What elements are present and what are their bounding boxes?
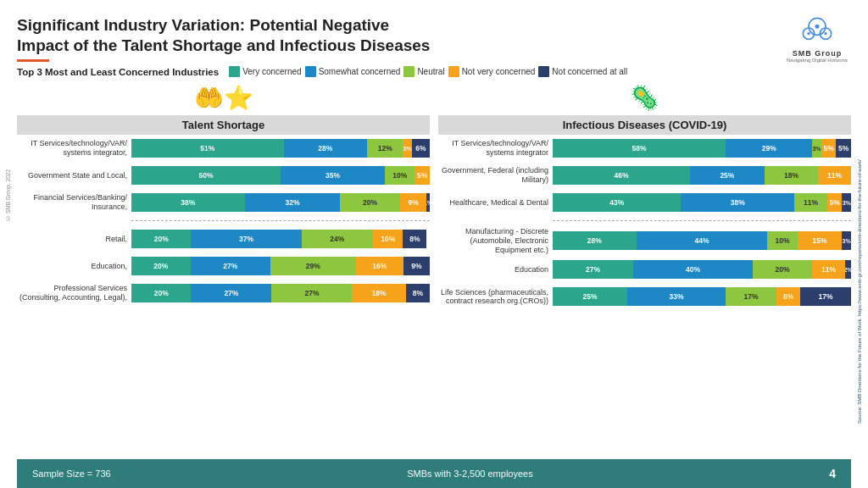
header-row: Significant Industry Variation: Potentia… bbox=[17, 15, 851, 63]
bar-label: Healthcare, Medical & Dental bbox=[438, 198, 553, 208]
bar-segment: 20% bbox=[131, 230, 191, 248]
bar-row: Professional Services (Consulting, Accou… bbox=[17, 281, 430, 305]
bar-segment: 18% bbox=[352, 284, 405, 302]
bar-label: Financial Services/Banking/ Insurance, bbox=[17, 193, 131, 212]
bar-row: Life Sciences (pharmaceuticals, contract… bbox=[438, 285, 851, 308]
bar-segment: 5% bbox=[415, 166, 430, 185]
bar-segment: 27% bbox=[271, 284, 352, 302]
source-text: Source: SMB Directions for the Future of… bbox=[857, 102, 863, 424]
infectious-panel: 🦠 Infectious Diseases (COVID-19) IT Serv… bbox=[438, 81, 851, 459]
bar-segment: 11% bbox=[812, 260, 845, 279]
infectious-header: Infectious Diseases (COVID-19) bbox=[438, 115, 851, 135]
bar-row: Healthcare, Medical & Dental43%38%11%5%3… bbox=[438, 191, 851, 214]
legend-not-very-concerned: Not very concerned bbox=[448, 66, 536, 77]
talent-icon: 🤲⭐ bbox=[194, 84, 253, 112]
legend-title: Top 3 Most and Least Concerned Industrie… bbox=[17, 67, 219, 77]
bar-label: Education, bbox=[17, 262, 131, 271]
bar-segment: 20% bbox=[131, 284, 191, 302]
virus-icon: 🦠 bbox=[630, 84, 659, 112]
legend-color-neutral bbox=[403, 66, 415, 77]
bar-segment: 8% bbox=[403, 230, 426, 248]
legend-somewhat-concerned: Somewhat concerned bbox=[305, 66, 401, 77]
bar-segment: 15% bbox=[798, 231, 843, 250]
bar-segment: 35% bbox=[281, 166, 385, 185]
bar-track: 28%44%10%15%3% bbox=[553, 231, 851, 250]
main-container: Significant Industry Variation: Potentia… bbox=[0, 0, 868, 488]
bar-segment: 29% bbox=[726, 139, 812, 158]
bar-segment: 12% bbox=[367, 139, 403, 158]
bar-segment: 38% bbox=[681, 193, 794, 212]
charts-section: 🤲⭐ Talent Shortage IT Services/technolog… bbox=[17, 81, 851, 459]
bar-segment: 32% bbox=[245, 193, 341, 212]
bar-label: Life Sciences (pharmaceuticals, contract… bbox=[438, 288, 553, 307]
bar-row: Education27%40%20%11%2% bbox=[438, 258, 851, 281]
bar-segment: 3% bbox=[842, 231, 851, 250]
bar-segment: 5% bbox=[821, 139, 837, 158]
svg-point-5 bbox=[824, 32, 826, 35]
bar-segment: 1% bbox=[426, 193, 430, 212]
legend-not-concerned: Not concerned at all bbox=[538, 66, 627, 77]
bar-track: 50%35%10%5% bbox=[131, 166, 430, 185]
bar-segment: 46% bbox=[553, 166, 690, 185]
bar-segment: 3% bbox=[842, 193, 851, 212]
bar-segment: 5% bbox=[827, 193, 843, 212]
divider bbox=[131, 220, 430, 221]
bar-segment: 18% bbox=[765, 166, 818, 185]
bar-segment: 24% bbox=[302, 230, 373, 248]
logo-area: SMB Group Navigating Digital Horizons bbox=[783, 15, 851, 63]
bar-label: Manufacturing - Discrete (Automobile, El… bbox=[438, 227, 553, 254]
legend-color-not-concerned bbox=[538, 66, 549, 77]
bar-segment: 50% bbox=[131, 166, 281, 185]
bar-row: IT Services/technology/VAR/ systems inte… bbox=[438, 136, 851, 160]
bar-row: Retail,20%37%24%10%8% bbox=[17, 227, 430, 251]
bar-track: 27%40%20%11%2% bbox=[553, 260, 851, 279]
bar-segment: 29% bbox=[270, 257, 356, 275]
bar-segment: 17% bbox=[800, 287, 851, 306]
bar-segment: 3% bbox=[403, 139, 412, 158]
bar-segment: 40% bbox=[633, 260, 753, 279]
bar-segment: 6% bbox=[412, 139, 430, 158]
bar-segment: 27% bbox=[191, 284, 271, 302]
copyright: © SMB Group, 2022 bbox=[5, 169, 11, 221]
logo-subtext: Navigating Digital Horizons bbox=[787, 58, 848, 63]
bar-track: 38%32%20%9%1% bbox=[131, 193, 430, 212]
bar-segment: 17% bbox=[726, 287, 776, 306]
title-block: Significant Industry Variation: Potentia… bbox=[17, 15, 430, 62]
bar-label: IT Services/technology/VAR/ systems inte… bbox=[17, 139, 131, 158]
bar-segment: 11% bbox=[794, 193, 827, 212]
bar-segment: 28% bbox=[553, 231, 637, 250]
bar-row: Government State and Local,50%35%10%5% bbox=[17, 164, 430, 187]
bar-track: 46%25%18%11% bbox=[553, 166, 851, 185]
bar-segment: 10% bbox=[373, 230, 403, 248]
bar-segment: 44% bbox=[637, 231, 768, 250]
page-number: 4 bbox=[829, 467, 836, 480]
bar-row: Government, Federal (including Military)… bbox=[438, 164, 851, 187]
legend-color-very-concerned bbox=[229, 66, 240, 77]
smb-logo-icon bbox=[796, 15, 838, 49]
footer-bar: Sample Size = 736 SMBs with 3-2,500 empl… bbox=[17, 459, 851, 488]
bar-track: 20%27%29%16%9% bbox=[131, 257, 430, 275]
chart-title: Significant Industry Variation: Potentia… bbox=[17, 15, 430, 56]
bar-track: 43%38%11%5%3% bbox=[553, 193, 851, 212]
legend-neutral: Neutral bbox=[403, 66, 444, 77]
bar-track: 58%29%3%5%5% bbox=[553, 139, 851, 158]
bar-segment: 8% bbox=[776, 287, 800, 306]
bar-label: Government, Federal (including Military) bbox=[438, 166, 553, 185]
bar-segment: 27% bbox=[191, 257, 270, 275]
bar-segment: 9% bbox=[400, 193, 427, 212]
bar-label: IT Services/technology/VAR/ systems inte… bbox=[438, 139, 553, 158]
bar-track: 20%27%27%18%8% bbox=[131, 284, 430, 302]
bar-segment: 9% bbox=[403, 257, 430, 275]
legend-row: Top 3 Most and Least Concerned Industrie… bbox=[17, 66, 851, 77]
bar-segment: 38% bbox=[131, 193, 245, 212]
smbs-label: SMBs with 3-2,500 employees bbox=[407, 469, 533, 479]
bar-segment: 51% bbox=[131, 139, 284, 158]
talent-header: Talent Shortage bbox=[17, 115, 430, 135]
bar-track: 20%37%24%10%8% bbox=[131, 230, 430, 248]
legend-very-concerned: Very concerned bbox=[229, 66, 302, 77]
bar-segment: 37% bbox=[191, 230, 301, 248]
bar-row: Manufacturing - Discrete (Automobile, El… bbox=[438, 227, 851, 254]
bar-segment: 10% bbox=[385, 166, 415, 185]
bar-segment: 43% bbox=[553, 193, 681, 212]
bar-track: 25%33%17%8%17% bbox=[553, 287, 851, 306]
